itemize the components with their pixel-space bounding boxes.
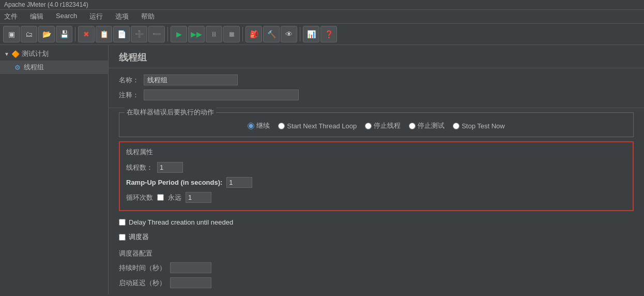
scheduler-checkbox-label[interactable]: 调度器: [129, 232, 149, 242]
radio-stop-thread[interactable]: [365, 123, 372, 129]
delay-thread-checkbox[interactable]: [119, 219, 126, 226]
shutdown-button[interactable]: ⏹: [223, 26, 240, 42]
action-radio-row: 继续 Start Next Thread Loop 停止线程 停止测试 Stop…: [126, 117, 627, 132]
view-button[interactable]: 👁: [281, 26, 297, 42]
loop-count-label: 循环次数: [126, 193, 153, 202]
duration-label: 持续时间（秒）: [119, 263, 166, 273]
name-input[interactable]: [144, 75, 238, 85]
name-section: 名称： 注释：: [109, 68, 644, 107]
main-layout: ▼ 🔶 测试计划 ⚙ 线程组 线程组 名称： 注释：: [0, 45, 644, 294]
add-button[interactable]: ➕: [131, 26, 147, 42]
log-button[interactable]: 📊: [303, 26, 319, 42]
scheduler-checkbox-row: 调度器: [109, 229, 644, 245]
start-delay-label: 启动延迟（秒）: [119, 278, 166, 288]
sep4: [300, 27, 300, 41]
option-stop-test[interactable]: 停止测试: [409, 121, 444, 130]
menu-file[interactable]: 文件: [2, 11, 20, 22]
comment-row: 注释：: [119, 87, 634, 102]
loop-count-input[interactable]: [186, 192, 211, 203]
radio-stop-test-now[interactable]: [453, 123, 459, 129]
menu-help[interactable]: 帮助: [139, 11, 157, 22]
page-header: 线程组: [109, 45, 644, 68]
test-plan-icon: 🔶: [11, 50, 20, 58]
name-label: 名称：: [119, 76, 140, 85]
save-button[interactable]: 💾: [56, 26, 72, 42]
duration-input[interactable]: [170, 262, 211, 273]
run-no-pause-button[interactable]: ▶▶: [188, 26, 205, 42]
action-section: 在取样器错误后要执行的动作 继续 Start Next Thread Loop …: [119, 112, 634, 137]
cut-button[interactable]: ✖: [78, 26, 95, 42]
toolbar: ▣ 🗂 📂 💾 ✖ 📋 📄 ➕ ➖ ▶ ▶▶ ⏸ ⏹ 🎒 🔨 👁 📊 ❓: [0, 24, 644, 45]
sidebar-item-test-plan[interactable]: ▼ 🔶 测试计划: [0, 47, 108, 61]
help-button[interactable]: ❓: [320, 26, 337, 42]
menu-options[interactable]: 选项: [113, 11, 131, 22]
option-stop-test-now[interactable]: Stop Test Now: [453, 122, 505, 130]
comment-input[interactable]: [144, 90, 299, 100]
ramp-up-input[interactable]: [226, 177, 252, 188]
delay-thread-label[interactable]: Delay Thread creation until needed: [129, 218, 233, 226]
forever-label: 永远: [168, 193, 181, 202]
comment-label: 注释：: [119, 91, 140, 100]
new-button[interactable]: ▣: [3, 26, 20, 42]
template-button[interactable]: 🗂: [21, 26, 37, 42]
option-continue-label: 继续: [256, 121, 270, 130]
thread-count-input[interactable]: [157, 162, 183, 173]
menu-run[interactable]: 运行: [87, 11, 105, 22]
option-next-loop-label: Start Next Thread Loop: [287, 122, 357, 130]
run-button[interactable]: ▶: [171, 26, 187, 42]
title-text: Apache JMeter (4.0 r1823414): [4, 1, 88, 8]
radio-continue[interactable]: [248, 123, 254, 129]
sep2: [167, 27, 168, 41]
ramp-up-label: Ramp-Up Period (in seconds):: [126, 179, 222, 186]
radio-next-loop[interactable]: [278, 123, 285, 129]
menu-bar: 文件 编辑 Search 运行 选项 帮助: [0, 10, 644, 24]
thread-props-title: 线程属性: [126, 147, 626, 160]
thread-props-box: 线程属性 线程数： Ramp-Up Period (in seconds): 循…: [119, 141, 634, 211]
title-bar: Apache JMeter (4.0 r1823414): [0, 0, 644, 10]
thread-group-label: 线程组: [24, 63, 44, 72]
content-area: 线程组 名称： 注释： 在取样器错误后要执行的动作 继续: [109, 45, 644, 294]
sidebar-item-thread-group[interactable]: ⚙ 线程组: [0, 61, 108, 74]
remote-run-button[interactable]: 🎒: [246, 26, 262, 42]
option-continue[interactable]: 继续: [248, 121, 270, 130]
option-stop-thread-label: 停止线程: [374, 121, 401, 130]
thread-count-label: 线程数：: [126, 163, 153, 172]
copy-button[interactable]: 📋: [96, 26, 112, 42]
option-next-loop[interactable]: Start Next Thread Loop: [278, 122, 357, 130]
sep3: [242, 27, 243, 41]
page-title: 线程组: [119, 52, 147, 63]
tree-arrow: ▼: [4, 51, 9, 57]
option-stop-test-now-label: Stop Test Now: [462, 122, 505, 130]
ramp-up-row: Ramp-Up Period (in seconds):: [126, 175, 626, 190]
start-delay-input[interactable]: [170, 277, 211, 288]
sidebar: ▼ 🔶 测试计划 ⚙ 线程组: [0, 45, 109, 294]
test-plan-label: 测试计划: [22, 49, 49, 58]
name-row: 名称：: [119, 72, 634, 87]
action-section-title: 在取样器错误后要执行的动作: [125, 108, 216, 117]
thread-count-row: 线程数：: [126, 160, 626, 175]
scheduler-section: 调度器配置 持续时间（秒） 启动延迟（秒）: [109, 245, 644, 292]
sep1: [75, 27, 75, 41]
menu-search[interactable]: Search: [54, 11, 79, 22]
stop-button[interactable]: ⏸: [206, 26, 222, 42]
option-stop-test-label: 停止测试: [418, 121, 444, 130]
option-stop-thread[interactable]: 停止线程: [365, 121, 401, 130]
paste-button[interactable]: 📄: [113, 26, 130, 42]
open-button[interactable]: 📂: [38, 26, 55, 42]
menu-edit[interactable]: 编辑: [28, 11, 45, 22]
start-delay-row: 启动延迟（秒）: [119, 275, 634, 290]
scheduler-checkbox[interactable]: [119, 234, 126, 241]
radio-stop-test[interactable]: [409, 123, 416, 129]
delay-thread-row: Delay Thread creation until needed: [109, 215, 644, 229]
forever-checkbox[interactable]: [157, 194, 164, 201]
remote-stop-button[interactable]: 🔨: [263, 26, 280, 42]
loop-count-row: 循环次数 永远: [126, 190, 626, 205]
thread-group-icon: ⚙: [14, 64, 21, 71]
remove-button[interactable]: ➖: [148, 26, 165, 42]
scheduler-config-title: 调度器配置: [119, 247, 634, 260]
duration-row: 持续时间（秒）: [119, 260, 634, 275]
